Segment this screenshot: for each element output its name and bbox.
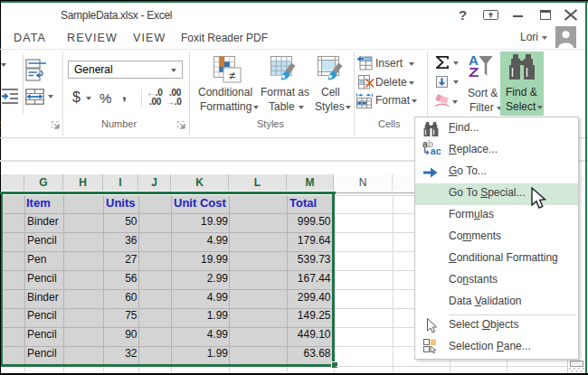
svg-text:≠: ≠: [229, 69, 235, 82]
